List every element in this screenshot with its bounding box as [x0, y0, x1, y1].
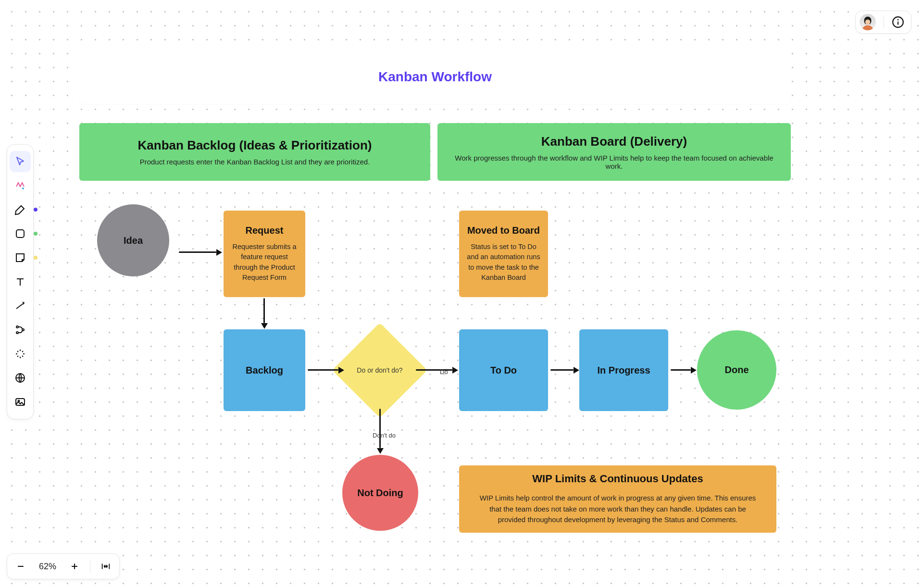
svg-point-5: [16, 326, 18, 328]
node-request[interactable]: Request Requester submits a feature requ…: [224, 211, 305, 297]
node-request-title: Request: [246, 225, 284, 236]
section-backlog-title: Kanban Backlog (Ideas & Prioritization): [138, 138, 372, 153]
left-toolbar: [7, 144, 34, 419]
top-right-controls: [855, 11, 911, 34]
tool-magic[interactable]: [10, 343, 31, 364]
edge-label-dont: Don't do: [373, 432, 396, 439]
tool-connector[interactable]: [10, 295, 31, 316]
svg-point-1: [865, 20, 871, 25]
tool-image[interactable]: [10, 391, 31, 413]
info-icon[interactable]: [892, 16, 904, 28]
node-done-label: Done: [725, 364, 749, 375]
svg-rect-4: [16, 230, 24, 238]
node-todo[interactable]: To Do: [459, 329, 548, 411]
section-backlog-subtitle: Product requests enter the Kanban Backlo…: [140, 158, 370, 166]
tool-pen[interactable]: [10, 199, 31, 220]
node-backlog-label: Backlog: [246, 365, 283, 376]
zoom-out-button[interactable]: [11, 557, 30, 576]
node-decision-label: Do or don't do?: [357, 366, 402, 375]
arrow-todo-inprogress: [550, 369, 574, 371]
tool-pen-color-dot: [34, 208, 37, 212]
node-done[interactable]: Done: [697, 330, 776, 410]
zoom-controls: 62%: [7, 553, 120, 579]
node-moved-title: Moved to Board: [467, 225, 540, 236]
svg-point-3: [898, 19, 899, 21]
tool-web[interactable]: [10, 367, 31, 388]
section-board-subtitle: Work progresses through the workflow and…: [452, 154, 776, 170]
wip-info-box[interactable]: WIP Limits & Continuous Updates WIP Limi…: [459, 465, 776, 533]
tool-shape[interactable]: [10, 223, 31, 244]
tool-mindmap[interactable]: [10, 319, 31, 340]
node-not-doing-label: Not Doing: [357, 488, 403, 499]
svg-point-7: [22, 329, 24, 331]
arrow-request-backlog: [263, 298, 265, 323]
arrow-idea-request: [179, 251, 216, 253]
node-idea-label: Idea: [124, 235, 143, 246]
zoom-in-button[interactable]: [65, 557, 84, 576]
tool-sticky[interactable]: [10, 247, 31, 268]
tool-sticky-color-dot: [34, 256, 37, 260]
wip-body: WIP Limits help control the amount of wo…: [476, 493, 759, 525]
section-board[interactable]: Kanban Board (Delivery) Work progresses …: [437, 123, 791, 181]
node-decision[interactable]: Do or don't do?: [346, 337, 413, 404]
divider: [884, 15, 884, 29]
wip-title: WIP Limits & Continuous Updates: [532, 473, 703, 485]
node-request-body: Requester submits a feature request thro…: [231, 242, 298, 282]
arrow-inprogress-done: [671, 369, 691, 371]
node-in-progress[interactable]: In Progress: [579, 329, 668, 411]
tool-text[interactable]: [10, 271, 31, 292]
node-idea[interactable]: Idea: [97, 204, 169, 276]
diagram-title: Kanban Workflow: [378, 69, 492, 85]
node-backlog[interactable]: Backlog: [224, 329, 305, 411]
diagram-title-box[interactable]: Kanban Workflow: [79, 50, 791, 104]
node-moved-body: Status is set to To Do and an automation…: [467, 242, 540, 282]
node-moved-to-board[interactable]: Moved to Board Status is set to To Do an…: [459, 211, 548, 297]
zoom-level-label[interactable]: 62%: [34, 562, 61, 572]
node-in-progress-label: In Progress: [597, 365, 650, 376]
tool-select[interactable]: [10, 151, 31, 172]
arrow-backlog-decision: [308, 369, 338, 371]
node-not-doing[interactable]: Not Doing: [342, 455, 418, 531]
section-backlog[interactable]: Kanban Backlog (Ideas & Prioritization) …: [79, 123, 430, 181]
fit-to-screen-button[interactable]: [96, 557, 115, 576]
tool-shape-color-dot: [34, 232, 37, 236]
node-todo-label: To Do: [490, 365, 517, 376]
section-board-title: Kanban Board (Delivery): [541, 134, 687, 149]
svg-point-6: [16, 332, 18, 334]
arrow-decision-notdoing: [379, 409, 381, 448]
edge-label-do: Do: [440, 368, 448, 375]
divider: [90, 560, 90, 573]
avatar[interactable]: [860, 14, 876, 30]
tool-ai-generate[interactable]: [10, 175, 31, 196]
